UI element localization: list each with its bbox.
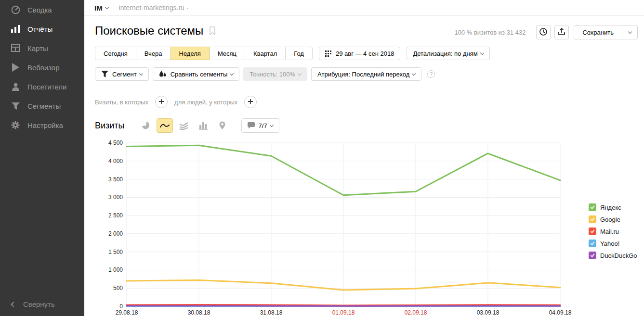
- bookmark-icon[interactable]: [209, 26, 216, 35]
- sidebar-item-label: Отчёты: [27, 25, 53, 33]
- collapse-sidebar-button[interactable]: Свернуть: [12, 300, 55, 308]
- sidebar-item-label: Вебвизор: [27, 63, 60, 72]
- legend-item-яндекс[interactable]: Яндекс: [589, 203, 637, 211]
- chevron-down-icon: [230, 72, 234, 76]
- sample-size-label: 100 % визитов из 31 432: [454, 29, 526, 36]
- period-tab-yesterday[interactable]: Вчера: [136, 47, 171, 60]
- chart-legend: ЯндексGoogleMail.ruYahoo!DuckDuckGo: [589, 203, 637, 264]
- export-icon: [557, 27, 566, 38]
- sidebar-item-visitors[interactable]: Посетители: [0, 77, 84, 96]
- export-button[interactable]: [554, 25, 569, 39]
- legend-item-duckduckgo[interactable]: DuckDuckGo: [589, 252, 637, 259]
- svg-text:01.09.18: 01.09.18: [332, 309, 355, 316]
- line-chart-icon[interactable]: [157, 118, 173, 133]
- sidebar-item-label: Настройка: [27, 121, 63, 129]
- clock-icon: [539, 27, 548, 38]
- chevron-down-icon: [139, 72, 143, 76]
- checkbox-checked-icon: [589, 203, 596, 211]
- svg-text:29.08.18: 29.08.18: [116, 309, 138, 316]
- pie-chart-icon[interactable]: [137, 118, 154, 133]
- topbar: IM internet-marketings.ru ·: [84, 0, 644, 16]
- chevron-down-icon: [105, 5, 108, 9]
- line-chart: 05001 0001 5002 0002 5003 0003 5004 0004…: [101, 139, 576, 316]
- add-visit-condition-button[interactable]: [155, 96, 168, 108]
- attribution-label: Атрибуция: Последний переход: [317, 71, 409, 78]
- segment-label: Сегмент: [112, 71, 137, 78]
- svg-text:30.08.18: 30.08.18: [188, 309, 210, 316]
- period-tab-month[interactable]: Месяц: [209, 47, 245, 60]
- map-pin-icon[interactable]: [214, 118, 231, 133]
- plus-icon: [248, 99, 253, 106]
- svg-text:1 000: 1 000: [108, 266, 123, 273]
- goals-counter: 7/7: [259, 122, 267, 129]
- chevron-down-icon: [298, 72, 302, 76]
- svg-text:500: 500: [113, 285, 123, 291]
- chevron-down-icon: [480, 51, 484, 55]
- people-condition-hint: для людей, у которых: [174, 99, 237, 106]
- maps-icon: [11, 43, 20, 53]
- period-tab-year[interactable]: Год: [285, 47, 313, 60]
- chevron-down-icon: [269, 123, 273, 127]
- legend-label: Yahoo!: [600, 240, 619, 247]
- metric-row: Визиты 7/7: [95, 118, 279, 133]
- add-people-condition-button[interactable]: [244, 96, 257, 108]
- filters-row: Сегмент Сравнить сегменты Точность: 100%…: [95, 67, 435, 81]
- plus-icon: [158, 99, 164, 106]
- sidebar-item-reports[interactable]: Отчёты: [0, 19, 84, 38]
- svg-text:03.09.18: 03.09.18: [477, 309, 499, 316]
- legend-label: Mail.ru: [600, 228, 619, 235]
- goals-button[interactable]: 7/7: [241, 118, 279, 133]
- legend-item-google[interactable]: Google: [589, 215, 637, 223]
- svg-text:02.09.18: 02.09.18: [405, 309, 427, 316]
- title-row: Поисковые системы: [95, 24, 216, 38]
- save-options-button[interactable]: [622, 25, 638, 39]
- attribution-button[interactable]: Атрибуция: Последний переход: [311, 67, 421, 81]
- save-button[interactable]: Сохранить: [574, 25, 622, 39]
- speech-bubble-icon: [248, 122, 255, 129]
- sidebar-item-summary[interactable]: Сводка: [0, 0, 84, 19]
- sidebar-item-maps[interactable]: Карты: [0, 38, 84, 58]
- sidebar-item-segments[interactable]: Сегменты: [0, 96, 84, 115]
- period-tab-week[interactable]: Неделя: [171, 47, 210, 60]
- svg-text:1 500: 1 500: [108, 249, 123, 255]
- chevron-left-icon: [11, 302, 16, 307]
- svg-text:04.09.18: 04.09.18: [549, 309, 572, 316]
- detalization-label: Детализация: по дням: [413, 50, 477, 57]
- chevron-down-icon: [412, 72, 416, 76]
- accuracy-button[interactable]: Точность: 100%: [243, 67, 307, 81]
- history-button[interactable]: [536, 25, 551, 39]
- help-icon[interactable]: ?: [427, 70, 435, 78]
- columns-chart-icon[interactable]: [195, 118, 211, 133]
- sidebar-item-settings[interactable]: Настройка: [0, 115, 84, 135]
- svg-text:2 000: 2 000: [108, 230, 123, 237]
- reports-icon: [11, 24, 20, 34]
- compare-segments-button[interactable]: Сравнить сегменты: [153, 67, 240, 81]
- legend-label: Яндекс: [600, 204, 621, 211]
- period-tab-quarter[interactable]: Квартал: [245, 47, 286, 60]
- checkbox-checked-icon: [589, 240, 596, 247]
- legend-label: DuckDuckGo: [600, 252, 637, 259]
- counter-switcher[interactable]: IM: [94, 4, 103, 12]
- page-title: Поисковые системы: [95, 24, 203, 38]
- stacked-areas-icon[interactable]: [176, 118, 192, 133]
- metric-title: Визиты: [95, 121, 125, 131]
- svg-text:3 500: 3 500: [108, 176, 123, 183]
- detalization-button[interactable]: Детализация: по дням: [407, 47, 489, 60]
- accuracy-label: Точность: 100%: [250, 71, 295, 78]
- sidebar-item-label: Карты: [27, 44, 48, 52]
- summary-icon: [11, 5, 20, 14]
- segment-button[interactable]: Сегмент: [95, 67, 149, 81]
- date-range-button[interactable]: 29 авг — 4 сен 2018: [319, 47, 400, 60]
- svg-text:4 500: 4 500: [108, 139, 123, 146]
- sidebar-item-webvisor[interactable]: Вебвизор: [0, 58, 84, 77]
- compare-segments-label: Сравнить сегменты: [171, 71, 228, 78]
- visits-chart: 05001 0001 5002 0002 5003 0003 5004 0004…: [101, 139, 576, 316]
- settings-icon: [11, 120, 20, 130]
- svg-text:3 000: 3 000: [108, 194, 123, 201]
- sidebar: СводкаОтчётыКартыВебвизорПосетителиСегме…: [0, 0, 84, 316]
- legend-item-yahoo-[interactable]: Yahoo!: [589, 240, 637, 247]
- svg-text:2 500: 2 500: [108, 212, 123, 219]
- main-area: IM internet-marketings.ru · Поисковые си…: [84, 0, 644, 316]
- period-tab-today[interactable]: Сегодня: [95, 47, 136, 60]
- legend-item-mail-ru[interactable]: Mail.ru: [589, 228, 637, 235]
